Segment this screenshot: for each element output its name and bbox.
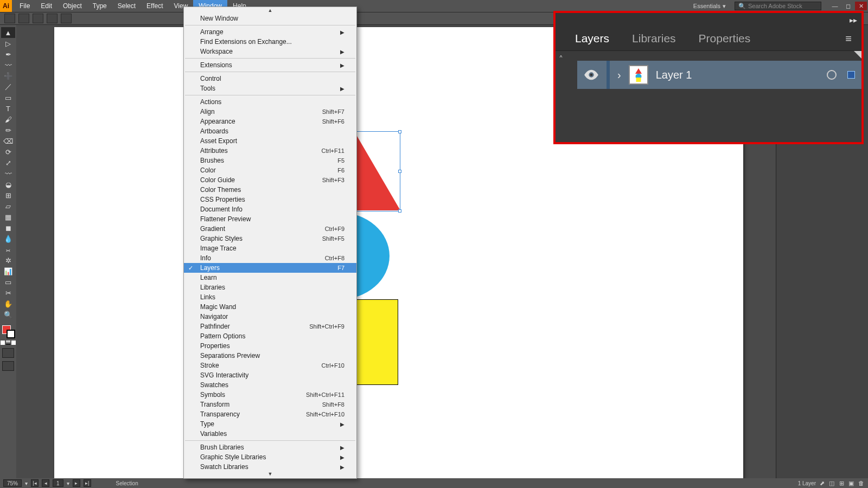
menuitem-pattern-options[interactable]: Pattern Options — [184, 331, 356, 341]
selection-handle[interactable] — [398, 170, 401, 173]
menuitem-brushes[interactable]: BrushesF5 — [184, 156, 356, 165]
menu-effect[interactable]: Effect — [141, 0, 168, 12]
tool-hand[interactable]: ✋ — [1, 298, 15, 309]
control-noselection-icon[interactable] — [4, 14, 15, 23]
maximize-button[interactable]: ◻ — [842, 2, 854, 10]
new-sublayer-icon[interactable]: ⊞ — [838, 479, 845, 487]
color-icon[interactable] — [1, 341, 5, 345]
menuitem-color-themes[interactable]: Color Themes — [184, 185, 356, 195]
tool-eyedropper[interactable]: 💧 — [1, 233, 15, 244]
draw-mode-button[interactable] — [2, 348, 14, 358]
tool-pencil[interactable]: ✏ — [1, 125, 15, 136]
locate-object-icon[interactable]: ⬈ — [818, 479, 826, 487]
tool-rectangle[interactable]: ▭ — [1, 92, 15, 103]
tool-paintbrush[interactable]: 🖌 — [1, 114, 15, 125]
menuitem-separations-preview[interactable]: Separations Preview — [184, 351, 356, 361]
menuitem-arrange[interactable]: Arrange▶ — [184, 27, 356, 37]
target-icon[interactable] — [827, 70, 837, 80]
tool-eraser[interactable]: ⌫ — [1, 136, 15, 146]
menuitem-align[interactable]: AlignShift+F7 — [184, 107, 356, 117]
menuitem-variables[interactable]: Variables — [184, 429, 356, 439]
tool-type[interactable]: T — [1, 103, 15, 114]
menu-type[interactable]: Type — [87, 0, 112, 12]
search-input[interactable]: 🔍 Search Adobe Stock — [735, 2, 821, 10]
tool-shape-builder[interactable]: ◒ — [1, 179, 15, 190]
tool-mesh[interactable]: ▦ — [1, 211, 15, 222]
panel-resize-corner-icon[interactable] — [854, 51, 861, 59]
control-doc-setup-icon[interactable] — [18, 14, 29, 23]
panel-tab-libraries[interactable]: Libraries — [629, 28, 679, 50]
last-artboard-button[interactable]: ▸| — [84, 479, 91, 487]
menuitem-document-info[interactable]: Document Info — [184, 204, 356, 214]
tool-symbol-sprayer[interactable]: ✲ — [1, 255, 15, 266]
menuitem-extensions[interactable]: Extensions▶ — [184, 60, 356, 70]
tool-rotate[interactable]: ⟳ — [1, 146, 15, 157]
menuitem-color[interactable]: ColorF6 — [184, 165, 356, 175]
tool-selection[interactable]: ▲ — [1, 27, 15, 38]
menuitem-actions[interactable]: Actions — [184, 97, 356, 107]
menuitem-info[interactable]: InfoCtrl+F8 — [184, 253, 356, 263]
delete-layer-icon[interactable]: 🗑 — [857, 479, 865, 487]
tool-curvature[interactable]: 〰 — [1, 60, 15, 70]
menuitem-graphic-styles[interactable]: Graphic StylesShift+F5 — [184, 234, 356, 243]
make-clipping-mask-icon[interactable]: ◫ — [828, 479, 835, 487]
menuitem-swatches[interactable]: Swatches — [184, 380, 356, 390]
tool-add-anchor[interactable]: ➕ — [1, 70, 15, 81]
tool-pen[interactable]: ✒ — [1, 49, 15, 60]
menuitem-properties[interactable]: Properties — [184, 341, 356, 351]
menuitem-symbols[interactable]: SymbolsShift+Ctrl+F11 — [184, 390, 356, 400]
scroll-up-arrow-icon[interactable]: ▲ — [184, 8, 356, 14]
zoom-field[interactable]: 75% — [3, 479, 22, 487]
tool-blend[interactable]: ⟗ — [1, 244, 15, 255]
menuitem-magic-wand[interactable]: Magic Wand — [184, 302, 356, 312]
menu-select[interactable]: Select — [112, 0, 141, 12]
tool-perspective[interactable]: ▱ — [1, 201, 15, 211]
layer-name-label[interactable]: Layer 1 — [656, 69, 819, 81]
visibility-toggle[interactable] — [584, 67, 599, 82]
menuitem-libraries[interactable]: Libraries — [184, 282, 356, 292]
tool-gradient[interactable]: ◼ — [1, 222, 15, 233]
menu-edit[interactable]: Edit — [35, 0, 58, 12]
menuitem-appearance[interactable]: AppearanceShift+F6 — [184, 117, 356, 126]
menuitem-control[interactable]: Control — [184, 74, 356, 84]
menuitem-brush-libraries[interactable]: Brush Libraries▶ — [184, 442, 356, 452]
tool-artboard[interactable]: ▭ — [1, 277, 15, 287]
layer-row[interactable]: › Layer 1 — [577, 61, 861, 89]
menuitem-layers[interactable]: ✓LayersF7 — [184, 263, 356, 273]
menuitem-gradient[interactable]: GradientCtrl+F9 — [184, 224, 356, 234]
menuitem-svg-interactivity[interactable]: SVG Interactivity — [184, 370, 356, 380]
menuitem-type[interactable]: Type▶ — [184, 419, 356, 429]
expand-panels-icon[interactable]: ▸▸ — [850, 16, 857, 24]
menuitem-transform[interactable]: TransformShift+F8 — [184, 400, 356, 409]
selection-handle[interactable] — [398, 209, 401, 213]
lock-column[interactable] — [607, 61, 610, 89]
menuitem-graphic-style-libraries[interactable]: Graphic Style Libraries▶ — [184, 452, 356, 462]
menuitem-find-extensions-on-exchange-[interactable]: Find Extensions on Exchange... — [184, 37, 356, 47]
tool-line[interactable]: ／ — [1, 81, 15, 92]
chevron-down-icon[interactable]: ▾ — [67, 480, 69, 486]
gradient-icon[interactable] — [6, 341, 10, 345]
stroke-swatch[interactable] — [7, 330, 15, 338]
chevron-right-icon[interactable]: › — [617, 69, 621, 81]
menuitem-tools[interactable]: Tools▶ — [184, 84, 356, 93]
tool-scale[interactable]: ⤢ — [1, 157, 15, 168]
menuitem-links[interactable]: Links — [184, 292, 356, 302]
tool-zoom[interactable]: 🔍 — [1, 309, 15, 320]
chevron-up-icon[interactable]: ˄ — [559, 54, 563, 65]
panel-menu-icon[interactable]: ≡ — [845, 33, 852, 50]
menuitem-pathfinder[interactable]: PathfinderShift+Ctrl+F9 — [184, 322, 356, 331]
panel-tab-properties[interactable]: Properties — [695, 28, 754, 50]
menuitem-artboards[interactable]: Artboards — [184, 126, 356, 136]
screen-mode-button[interactable] — [2, 361, 14, 371]
tool-slice[interactable]: ✂ — [1, 287, 15, 298]
tool-free-transform[interactable]: ⊞ — [1, 190, 15, 201]
artboard-number-field[interactable]: 1 — [53, 479, 63, 487]
control-align-icon[interactable] — [47, 14, 58, 23]
menuitem-stroke[interactable]: StrokeCtrl+F10 — [184, 361, 356, 370]
menuitem-color-guide[interactable]: Color GuideShift+F3 — [184, 175, 356, 185]
none-icon[interactable] — [11, 341, 16, 345]
menuitem-workspace[interactable]: Workspace▶ — [184, 47, 356, 56]
panel-tab-layers[interactable]: Layers — [572, 28, 612, 50]
workspace-switcher[interactable]: Essentials ▾ — [689, 3, 730, 10]
close-button[interactable]: ✕ — [855, 2, 867, 10]
